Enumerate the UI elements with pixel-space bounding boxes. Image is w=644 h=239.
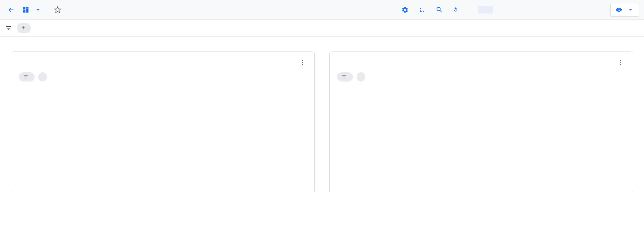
group-by-chip[interactable]: + <box>17 23 31 33</box>
interval-chip[interactable] <box>357 72 365 82</box>
filter-input[interactable] <box>34 23 96 33</box>
settings-gear-icon[interactable] <box>398 3 412 17</box>
more-vert-icon[interactable] <box>298 58 307 68</box>
filter-bar: + <box>0 20 644 37</box>
chart-consumed-api[interactable] <box>337 84 625 188</box>
eye-icon <box>616 6 622 13</box>
svg-point-5 <box>620 64 621 65</box>
svg-point-0 <box>302 60 303 61</box>
filter-count-chip[interactable] <box>337 72 353 82</box>
chart-card-consumed-api <box>329 51 633 193</box>
svg-point-1 <box>302 62 303 63</box>
filter-icon[interactable] <box>4 25 13 32</box>
search-icon[interactable] <box>433 3 446 17</box>
time-btn-6h[interactable] <box>493 6 507 13</box>
header-bar <box>0 0 644 20</box>
header-actions <box>398 3 639 17</box>
filter-count-chip[interactable] <box>19 72 35 82</box>
viewing-mode-button[interactable] <box>610 3 639 17</box>
svg-point-4 <box>620 62 621 63</box>
time-btn-1w[interactable] <box>522 6 537 13</box>
autorefresh-toggle[interactable] <box>450 6 463 13</box>
time-btn-6w[interactable] <box>551 6 566 13</box>
timezone-button[interactable] <box>589 7 602 12</box>
send-feedback-button[interactable] <box>379 7 388 12</box>
interval-chip[interactable] <box>38 72 47 82</box>
title-area <box>45 4 64 16</box>
svg-point-2 <box>302 64 303 65</box>
chart-rate-quota[interactable] <box>19 84 307 188</box>
svg-point-3 <box>620 60 621 61</box>
star-icon[interactable] <box>51 4 64 16</box>
filter-lines-icon <box>341 74 347 80</box>
chevron-down-icon <box>627 6 634 13</box>
dashboard-icon[interactable] <box>20 4 32 16</box>
plus-icon: + <box>21 25 25 32</box>
time-btn-1m[interactable] <box>537 6 551 13</box>
fullscreen-icon[interactable] <box>415 3 429 17</box>
back-arrow-icon[interactable] <box>5 4 17 16</box>
time-range-selector <box>478 6 581 13</box>
more-vert-icon[interactable] <box>616 58 625 68</box>
chart-card-rate-quota <box>11 51 315 193</box>
time-btn-custom[interactable] <box>566 6 581 13</box>
time-btn-1d[interactable] <box>507 6 522 13</box>
filter-lines-icon <box>23 74 28 80</box>
dashboard-dropdown-icon[interactable] <box>34 4 42 16</box>
cards-container <box>0 37 644 208</box>
time-btn-1h[interactable] <box>478 6 493 13</box>
